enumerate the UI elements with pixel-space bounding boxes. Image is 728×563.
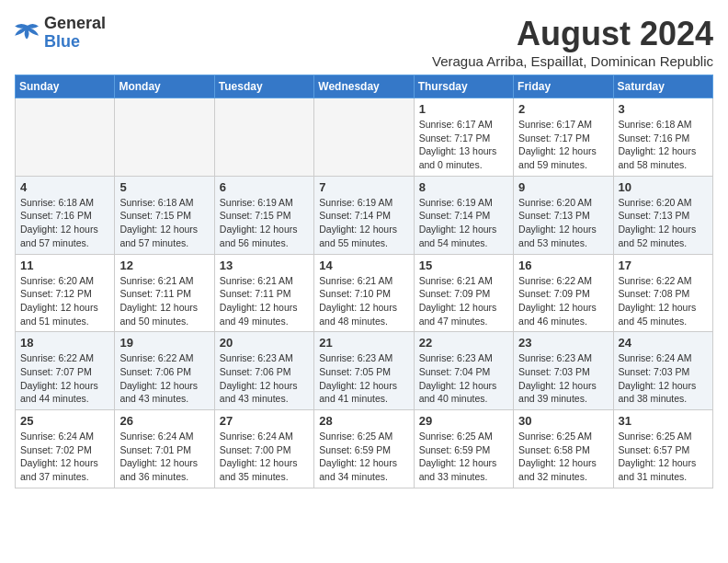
calendar-cell: 8Sunrise: 6:19 AM Sunset: 7:14 PM Daylig… (414, 176, 513, 254)
day-number: 6 (220, 180, 309, 194)
day-info: Sunrise: 6:22 AM Sunset: 7:06 PM Dayligh… (119, 351, 209, 406)
calendar-cell: 25Sunrise: 6:24 AM Sunset: 7:02 PM Dayli… (16, 410, 115, 488)
calendar-cell: 9Sunrise: 6:20 AM Sunset: 7:13 PM Daylig… (514, 176, 613, 254)
calendar-cell: 13Sunrise: 6:21 AM Sunset: 7:11 PM Dayli… (214, 254, 313, 332)
logo-icon (15, 22, 40, 44)
day-number: 16 (518, 259, 608, 272)
calendar-cell: 20Sunrise: 6:23 AM Sunset: 7:06 PM Dayli… (214, 332, 313, 410)
day-info: Sunrise: 6:18 AM Sunset: 7:16 PM Dayligh… (20, 196, 109, 250)
day-number: 12 (119, 259, 209, 272)
day-number: 17 (619, 259, 708, 272)
day-number: 7 (319, 180, 408, 194)
calendar-table: SundayMondayTuesdayWednesdayThursdayFrid… (15, 75, 713, 488)
calendar-cell: 30Sunrise: 6:25 AM Sunset: 6:58 PM Dayli… (514, 410, 613, 488)
calendar-cell: 11Sunrise: 6:20 AM Sunset: 7:12 PM Dayli… (16, 254, 115, 332)
calendar-cell (115, 98, 214, 177)
day-number: 26 (119, 414, 209, 428)
day-number: 31 (619, 414, 708, 428)
calendar-cell: 15Sunrise: 6:21 AM Sunset: 7:09 PM Dayli… (414, 254, 513, 332)
logo-text: General Blue (44, 15, 106, 52)
day-info: Sunrise: 6:24 AM Sunset: 7:00 PM Dayligh… (220, 430, 309, 484)
day-info: Sunrise: 6:20 AM Sunset: 7:13 PM Dayligh… (518, 196, 608, 250)
day-info: Sunrise: 6:21 AM Sunset: 7:10 PM Dayligh… (319, 274, 408, 328)
calendar-cell: 31Sunrise: 6:25 AM Sunset: 6:57 PM Dayli… (613, 410, 712, 488)
day-number: 25 (20, 414, 109, 428)
day-info: Sunrise: 6:19 AM Sunset: 7:14 PM Dayligh… (319, 196, 408, 250)
calendar-cell: 5Sunrise: 6:18 AM Sunset: 7:15 PM Daylig… (115, 176, 214, 254)
title-block: August 2024 Veragua Arriba, Espaillat, D… (432, 15, 713, 69)
day-number: 27 (220, 414, 309, 428)
day-info: Sunrise: 6:22 AM Sunset: 7:07 PM Dayligh… (20, 351, 109, 406)
day-info: Sunrise: 6:22 AM Sunset: 7:09 PM Dayligh… (518, 274, 608, 328)
day-info: Sunrise: 6:18 AM Sunset: 7:16 PM Dayligh… (619, 118, 708, 172)
calendar-cell: 17Sunrise: 6:22 AM Sunset: 7:08 PM Dayli… (613, 254, 712, 332)
day-info: Sunrise: 6:23 AM Sunset: 7:06 PM Dayligh… (220, 351, 309, 406)
calendar-week-row: 11Sunrise: 6:20 AM Sunset: 7:12 PM Dayli… (16, 254, 713, 332)
calendar-cell: 16Sunrise: 6:22 AM Sunset: 7:09 PM Dayli… (514, 254, 613, 332)
calendar-week-row: 1Sunrise: 6:17 AM Sunset: 7:17 PM Daylig… (16, 98, 713, 177)
calendar-cell: 2Sunrise: 6:17 AM Sunset: 7:17 PM Daylig… (514, 98, 613, 177)
day-number: 15 (419, 259, 508, 272)
calendar-cell: 18Sunrise: 6:22 AM Sunset: 7:07 PM Dayli… (16, 332, 115, 410)
day-info: Sunrise: 6:17 AM Sunset: 7:17 PM Dayligh… (419, 118, 508, 172)
calendar-cell: 29Sunrise: 6:25 AM Sunset: 6:59 PM Dayli… (414, 410, 513, 488)
calendar-cell: 10Sunrise: 6:20 AM Sunset: 7:13 PM Dayli… (613, 176, 712, 254)
day-number: 20 (220, 336, 309, 350)
day-number: 8 (419, 180, 508, 194)
day-info: Sunrise: 6:21 AM Sunset: 7:11 PM Dayligh… (220, 274, 309, 328)
day-info: Sunrise: 6:21 AM Sunset: 7:11 PM Dayligh… (119, 274, 209, 328)
calendar-cell: 6Sunrise: 6:19 AM Sunset: 7:15 PM Daylig… (214, 176, 313, 254)
calendar-cell (314, 98, 414, 177)
weekday-header-monday: Monday (115, 75, 214, 98)
weekday-header-sunday: Sunday (16, 75, 115, 98)
day-info: Sunrise: 6:24 AM Sunset: 7:02 PM Dayligh… (20, 430, 109, 484)
calendar-cell: 7Sunrise: 6:19 AM Sunset: 7:14 PM Daylig… (314, 176, 414, 254)
weekday-header-wednesday: Wednesday (314, 75, 414, 98)
day-number: 24 (619, 336, 708, 350)
day-info: Sunrise: 6:25 AM Sunset: 6:59 PM Dayligh… (319, 430, 408, 484)
calendar-cell: 24Sunrise: 6:24 AM Sunset: 7:03 PM Dayli… (613, 332, 712, 410)
day-number: 10 (619, 180, 708, 194)
day-info: Sunrise: 6:17 AM Sunset: 7:17 PM Dayligh… (518, 118, 608, 172)
day-info: Sunrise: 6:21 AM Sunset: 7:09 PM Dayligh… (419, 274, 508, 328)
day-number: 14 (319, 259, 408, 272)
day-info: Sunrise: 6:18 AM Sunset: 7:15 PM Dayligh… (119, 196, 209, 250)
weekday-header-tuesday: Tuesday (214, 75, 313, 98)
weekday-header-saturday: Saturday (613, 75, 712, 98)
day-number: 30 (518, 414, 608, 428)
day-number: 18 (20, 336, 109, 350)
day-info: Sunrise: 6:25 AM Sunset: 6:57 PM Dayligh… (619, 430, 708, 484)
day-number: 22 (419, 336, 508, 350)
day-info: Sunrise: 6:24 AM Sunset: 7:01 PM Dayligh… (119, 430, 209, 484)
day-info: Sunrise: 6:24 AM Sunset: 7:03 PM Dayligh… (619, 351, 708, 406)
calendar-cell: 12Sunrise: 6:21 AM Sunset: 7:11 PM Dayli… (115, 254, 214, 332)
day-info: Sunrise: 6:25 AM Sunset: 6:58 PM Dayligh… (518, 430, 608, 484)
day-number: 9 (518, 180, 608, 194)
day-info: Sunrise: 6:19 AM Sunset: 7:14 PM Dayligh… (419, 196, 508, 250)
day-info: Sunrise: 6:23 AM Sunset: 7:04 PM Dayligh… (419, 351, 508, 406)
day-info: Sunrise: 6:25 AM Sunset: 6:59 PM Dayligh… (419, 430, 508, 484)
day-number: 19 (119, 336, 209, 350)
calendar-cell (214, 98, 313, 177)
day-number: 28 (319, 414, 408, 428)
weekday-header-thursday: Thursday (414, 75, 513, 98)
month-title: August 2024 (432, 15, 713, 53)
day-number: 21 (319, 336, 408, 350)
calendar-cell: 22Sunrise: 6:23 AM Sunset: 7:04 PM Dayli… (414, 332, 513, 410)
day-number: 1 (419, 102, 508, 116)
calendar-week-row: 25Sunrise: 6:24 AM Sunset: 7:02 PM Dayli… (16, 410, 713, 488)
day-number: 29 (419, 414, 508, 428)
calendar-cell: 27Sunrise: 6:24 AM Sunset: 7:00 PM Dayli… (214, 410, 313, 488)
calendar-cell: 21Sunrise: 6:23 AM Sunset: 7:05 PM Dayli… (314, 332, 414, 410)
location-subtitle: Veragua Arriba, Espaillat, Dominican Rep… (432, 53, 713, 69)
calendar-week-row: 4Sunrise: 6:18 AM Sunset: 7:16 PM Daylig… (16, 176, 713, 254)
day-info: Sunrise: 6:23 AM Sunset: 7:05 PM Dayligh… (319, 351, 408, 406)
calendar-week-row: 18Sunrise: 6:22 AM Sunset: 7:07 PM Dayli… (16, 332, 713, 410)
calendar-cell: 3Sunrise: 6:18 AM Sunset: 7:16 PM Daylig… (613, 98, 712, 177)
weekday-header-row: SundayMondayTuesdayWednesdayThursdayFrid… (16, 75, 713, 98)
day-number: 5 (119, 180, 209, 194)
day-number: 2 (518, 102, 608, 116)
calendar-cell: 4Sunrise: 6:18 AM Sunset: 7:16 PM Daylig… (16, 176, 115, 254)
day-info: Sunrise: 6:23 AM Sunset: 7:03 PM Dayligh… (518, 351, 608, 406)
logo: General Blue (15, 15, 106, 52)
